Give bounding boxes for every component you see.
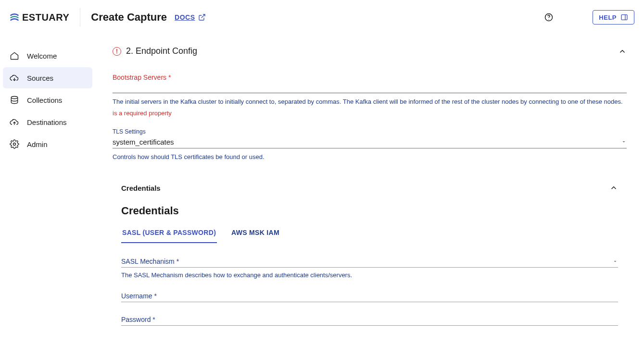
sidebar-item-label: Admin bbox=[27, 140, 48, 148]
sidebar-item-label: Collections bbox=[27, 96, 62, 104]
sidebar-item-label: Destinations bbox=[27, 118, 67, 126]
bootstrap-servers-input[interactable] bbox=[113, 82, 627, 93]
chevron-up-icon bbox=[618, 47, 627, 56]
bootstrap-servers-error: is a required property bbox=[113, 110, 627, 117]
username-label: Username * bbox=[121, 292, 157, 300]
tls-settings-field: TLS Settings system_certificates Control… bbox=[113, 128, 627, 162]
caret-down-icon bbox=[621, 139, 627, 145]
external-link-icon bbox=[198, 13, 206, 21]
sidebar-item-sources[interactable]: Sources bbox=[3, 67, 92, 88]
home-icon bbox=[10, 51, 19, 61]
help-button[interactable]: HELP bbox=[593, 10, 634, 25]
username-field: Username * bbox=[121, 291, 618, 302]
credentials-panel-title: Credentials bbox=[121, 184, 161, 192]
tls-settings-helper: Controls how should TLS certificates be … bbox=[113, 152, 627, 162]
username-input[interactable] bbox=[157, 292, 618, 300]
sasl-mechanism-helper: The SASL Mechanism describes how to exch… bbox=[121, 271, 618, 279]
svg-point-2 bbox=[549, 19, 549, 20]
database-icon bbox=[10, 95, 19, 105]
sidebar-item-label: Sources bbox=[27, 74, 53, 82]
docs-link-label: DOCS bbox=[175, 13, 195, 21]
svg-line-0 bbox=[201, 14, 204, 18]
help-button-label: HELP bbox=[599, 14, 617, 21]
chevron-up-icon bbox=[609, 184, 618, 192]
header: ESTUARY Create Capture DOCS bbox=[0, 0, 644, 35]
credentials-tabs: SASL (USER & PASSWORD) AWS MSK IAM bbox=[121, 225, 618, 243]
sidebar-item-welcome[interactable]: Welcome bbox=[3, 45, 92, 66]
password-field: Password * bbox=[121, 315, 618, 326]
bootstrap-servers-label: Bootstrap Servers * bbox=[113, 74, 627, 81]
sasl-mechanism-label: SASL Mechanism * bbox=[121, 258, 612, 265]
credentials-block: Credentials SASL (USER & PASSWORD) AWS M… bbox=[113, 200, 627, 326]
bootstrap-servers-helper: The initial servers in the Kafka cluster… bbox=[113, 97, 627, 107]
sidebar-item-admin[interactable]: Admin bbox=[3, 134, 92, 155]
logo: ESTUARY bbox=[10, 8, 80, 26]
gear-icon bbox=[10, 139, 19, 149]
svg-point-5 bbox=[11, 97, 17, 99]
svg-rect-3 bbox=[621, 15, 627, 20]
tab-sasl[interactable]: SASL (USER & PASSWORD) bbox=[121, 225, 217, 243]
bootstrap-servers-field: Bootstrap Servers * The initial servers … bbox=[113, 74, 627, 117]
sidebar-item-collections[interactable]: Collections bbox=[3, 89, 92, 110]
cloud-download-icon bbox=[10, 73, 19, 83]
tab-label: SASL (USER & PASSWORD) bbox=[122, 229, 216, 236]
cloud-upload-icon bbox=[10, 117, 19, 127]
section-title: 2. Endpoint Config bbox=[126, 46, 197, 56]
password-input[interactable] bbox=[155, 316, 618, 323]
page-title: Create Capture bbox=[91, 11, 167, 24]
tab-label: AWS MSK IAM bbox=[231, 229, 279, 236]
tls-settings-value: system_certificates bbox=[113, 138, 621, 146]
docs-link[interactable]: DOCS bbox=[175, 13, 205, 21]
endpoint-config-panel: ! 2. Endpoint Config Bootstrap Servers *… bbox=[95, 35, 644, 356]
sidebar: Welcome Sources Collections Destinations bbox=[0, 35, 95, 356]
section-header[interactable]: ! 2. Endpoint Config bbox=[113, 46, 627, 56]
tls-settings-label: TLS Settings bbox=[113, 128, 627, 135]
password-label: Password * bbox=[121, 316, 155, 323]
logo-text: ESTUARY bbox=[22, 12, 69, 23]
error-circle-icon: ! bbox=[113, 47, 121, 56]
tab-aws-msk-iam[interactable]: AWS MSK IAM bbox=[230, 225, 280, 243]
sidebar-item-destinations[interactable]: Destinations bbox=[3, 111, 92, 133]
panel-right-icon bbox=[620, 13, 628, 21]
credentials-panel-header[interactable]: Credentials bbox=[113, 176, 627, 200]
credentials-heading: Credentials bbox=[121, 205, 618, 217]
tls-settings-select[interactable]: system_certificates bbox=[113, 136, 627, 148]
caret-down-icon bbox=[612, 258, 618, 264]
svg-point-6 bbox=[13, 143, 16, 146]
logo-mark-icon bbox=[10, 12, 19, 22]
sasl-mechanism-field: SASL Mechanism * The SASL Mechanism desc… bbox=[121, 257, 618, 279]
question-circle-icon bbox=[544, 12, 554, 22]
main-content: ! 2. Endpoint Config Bootstrap Servers *… bbox=[95, 35, 644, 356]
sidebar-item-label: Welcome bbox=[27, 52, 57, 60]
sasl-mechanism-select[interactable]: SASL Mechanism * bbox=[121, 257, 618, 268]
help-icon-button[interactable] bbox=[543, 12, 554, 23]
